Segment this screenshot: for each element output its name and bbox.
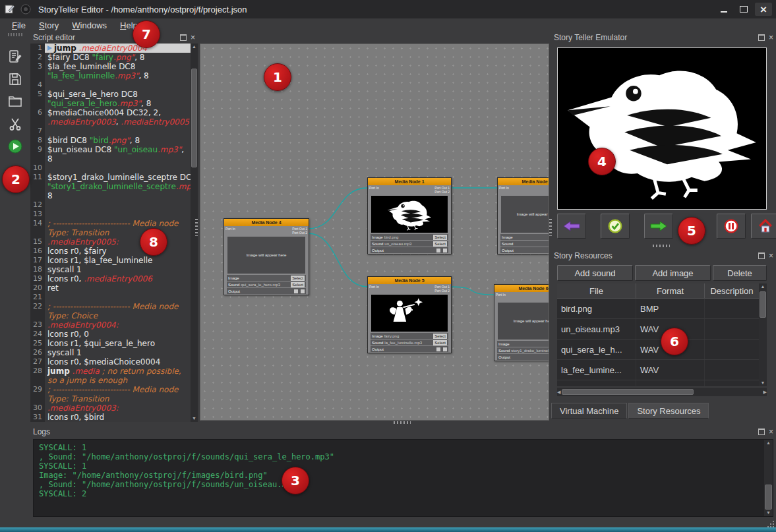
code-line[interactable]: 7 (30, 127, 191, 136)
code-line[interactable]: 6$mediaChoice0004 DC32, 2, .mediaEntry00… (30, 108, 191, 127)
media-node[interactable]: Media Node 1Port InPort Out 1Port Out 2 … (367, 177, 452, 254)
add-sound-button[interactable]: Add sound (557, 265, 633, 281)
code-line[interactable]: 4 (30, 80, 191, 90)
port-out-2[interactable]: Port Out 2 (434, 289, 450, 293)
port-in[interactable]: Port In (496, 293, 506, 301)
media-node[interactable]: Media Node 6Port InPort Out 1Port Out 2I… (494, 284, 549, 361)
home-button[interactable] (751, 214, 776, 239)
code-line[interactable]: 17lcons r1, $la_fee_luminelle (30, 256, 191, 265)
new-script-button[interactable] (5, 47, 25, 67)
scroll-up-icon[interactable] (192, 44, 196, 50)
resources-titlebar[interactable]: Story Resources (551, 249, 776, 262)
select-button[interactable]: Select (433, 235, 447, 240)
menu-story[interactable]: Story (32, 20, 65, 31)
logs-content[interactable]: SYSCALL: 1, Sound: "/home/anthony/ostpro… (34, 440, 764, 516)
column-description[interactable]: Description (705, 283, 759, 298)
code-line[interactable]: 3$la_fee_luminelle DC8 "la_fee_luminelle… (30, 62, 191, 80)
tab-virtual-machine[interactable]: Virtual Machine (551, 403, 627, 419)
delete-button[interactable]: Delete (713, 265, 767, 281)
code-line[interactable]: 10 (30, 163, 191, 173)
output-icon[interactable] (436, 249, 440, 252)
code-line[interactable]: 11$story1_drako_luminelle_sceptre DC8 "s… (30, 173, 191, 200)
table-row[interactable]: fairy.pngBMP (557, 380, 759, 386)
code-line[interactable]: 2$fairy DC8 "fairy.png", 8 (30, 53, 191, 62)
float-dock-icon[interactable] (758, 429, 765, 435)
maximize-button[interactable] (735, 3, 752, 16)
close-button[interactable] (755, 3, 772, 16)
scrollbar-thumb[interactable] (760, 291, 766, 318)
close-dock-icon[interactable] (191, 34, 195, 42)
lock-icon[interactable] (443, 347, 447, 351)
table-h-scrollbar[interactable] (557, 388, 767, 396)
code-line[interactable]: 22; --------------------------- Media no… (30, 302, 191, 320)
cut-button[interactable] (5, 114, 25, 134)
add-image-button[interactable]: Add image (635, 265, 711, 281)
code-line[interactable]: 30.mediaEntry0003: (30, 403, 191, 413)
logs-titlebar[interactable]: Logs (30, 425, 776, 438)
previous-button[interactable] (557, 214, 586, 239)
node-graph-canvas[interactable]: Media Node 4Port InPort Out 1Port Out 2I… (200, 44, 549, 421)
column-format[interactable]: Format (636, 283, 705, 298)
close-dock-icon[interactable] (769, 428, 773, 436)
splitter-handle[interactable] (394, 421, 411, 424)
float-dock-icon[interactable] (758, 252, 765, 259)
scroll-down-icon[interactable] (192, 415, 196, 422)
tab-story-resources[interactable]: Story Resources (628, 403, 709, 419)
scroll-left-icon[interactable] (557, 389, 560, 396)
code-line[interactable]: 29; --------------------------- Media no… (30, 385, 191, 403)
column-file[interactable]: File (557, 283, 636, 298)
media-node[interactable]: Media Node 4Port InPort Out 1Port Out 2I… (224, 218, 309, 295)
code-line[interactable]: 28jump .media ; no return possible, so a… (30, 367, 191, 385)
code-line[interactable]: 20ret (30, 283, 191, 293)
close-dock-icon[interactable] (769, 34, 773, 42)
table-row[interactable]: un_oiseau.mp3WAV (557, 319, 759, 340)
run-story-button[interactable] (5, 136, 25, 156)
code-line[interactable]: 8$bird DC8 "bird.png", 8 (30, 136, 191, 145)
port-in[interactable]: Port In (499, 186, 509, 194)
scroll-down-icon[interactable] (761, 380, 765, 386)
menu-file[interactable]: File (5, 20, 32, 31)
code-line[interactable]: 9$un_oiseau DC8 "un_oiseau.mp3", 8 (30, 145, 191, 163)
script-editor-titlebar[interactable]: Script editor (30, 31, 198, 44)
lock-icon[interactable] (301, 289, 305, 293)
splitter-handle[interactable] (195, 219, 198, 236)
code-line[interactable]: 12 (30, 200, 191, 210)
port-in[interactable]: Port In (225, 227, 235, 235)
code-line[interactable]: 14; --------------------------- Media no… (30, 219, 191, 237)
scrollbar-thumb[interactable] (191, 69, 197, 167)
scroll-up-icon[interactable] (761, 283, 765, 290)
ok-button[interactable] (601, 214, 630, 239)
select-button[interactable]: Select (433, 340, 447, 345)
code-line[interactable]: 26syscall 1 (30, 348, 191, 357)
resize-grip[interactable] (767, 521, 774, 527)
lock-icon[interactable] (443, 249, 447, 252)
scroll-right-icon[interactable] (763, 389, 767, 396)
code-line[interactable]: 16lcons r0, $fairy (30, 247, 191, 256)
save-button[interactable] (5, 69, 25, 89)
port-in[interactable]: Port In (369, 285, 379, 293)
float-dock-icon[interactable] (758, 34, 765, 41)
code-line[interactable]: 1jump .mediaEntry0004 (30, 44, 191, 53)
output-icon[interactable] (294, 289, 298, 293)
emulator-titlebar[interactable]: Story Teller Emulator (551, 31, 776, 44)
script-code[interactable]: 1jump .mediaEntry00042$fairy DC8 "fairy.… (30, 44, 191, 422)
code-line[interactable]: 5$qui_sera_le_hero DC8 "qui_sera_le_hero… (30, 90, 191, 108)
pause-button[interactable] (717, 214, 746, 239)
logs-scrollbar[interactable] (764, 440, 773, 516)
float-dock-icon[interactable] (180, 34, 187, 41)
code-line[interactable]: 24lcons r0, 0 (30, 330, 191, 339)
toolbar-drag-handle[interactable] (8, 33, 22, 36)
code-line[interactable]: 13 (30, 210, 191, 219)
next-button[interactable] (644, 214, 673, 239)
table-row[interactable]: qui_sera_le_h...WAV (557, 340, 759, 360)
table-row[interactable]: bird.pngBMP (557, 299, 759, 319)
table-row[interactable]: la_fee_lumine...WAV (557, 360, 759, 380)
media-node[interactable]: Media Node 5Port InPort Out 1Port Out 2 … (367, 276, 452, 353)
scrollbar-thumb[interactable] (562, 389, 694, 395)
port-in[interactable]: Port In (369, 186, 379, 194)
code-line[interactable]: 19lcons r0, .mediaEntry0006 (30, 274, 191, 283)
code-line[interactable]: 23.mediaEntry0004: (30, 320, 191, 330)
select-button[interactable]: Select (291, 276, 305, 281)
scrollbar-thumb[interactable] (765, 485, 772, 510)
code-line[interactable]: 18syscall 1 (30, 265, 191, 274)
